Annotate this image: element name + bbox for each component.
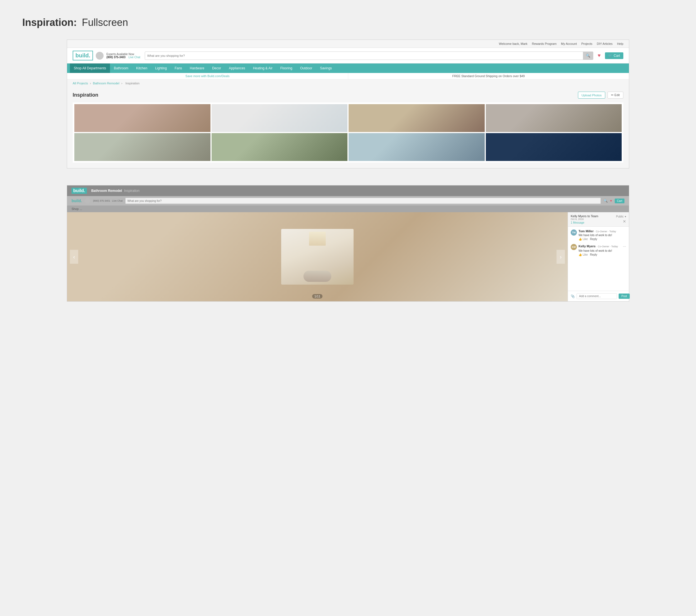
s2-search-input[interactable] [125, 198, 601, 204]
s2-project-name: Bathroom Remodel [91, 189, 122, 193]
s2-avatar [85, 198, 90, 204]
kelly-role: · Co-Owner · Today [596, 245, 618, 248]
photo-curtain[interactable] [349, 104, 485, 132]
fullscreen-image-area: ‹ › 1/11 [67, 212, 568, 301]
nav-item-lighting[interactable]: Lighting [151, 63, 171, 73]
comment-input[interactable] [576, 293, 617, 299]
like-btn-2[interactable]: 👍 Like [579, 253, 588, 256]
breadcrumb-all-projects[interactable]: All Projects [73, 82, 88, 85]
projects-link[interactable]: Projects [581, 42, 592, 45]
tom-role: · Co-Owner · Today [595, 230, 616, 233]
search-input[interactable] [145, 54, 583, 57]
post-button[interactable]: Post [619, 294, 630, 299]
page-label: Inspiration: Fullscreen [0, 0, 696, 34]
kelly-name: Kelly Myers [579, 244, 596, 248]
reply-btn-1[interactable]: Reply [590, 238, 597, 241]
s2-inspiration-label: Inspiration [124, 189, 140, 193]
s2-cart-button[interactable]: Cart [615, 199, 624, 203]
upload-photos-button[interactable]: Upload Photos [578, 92, 605, 99]
s2-phone: (800) 375-3401 Live Chat [93, 200, 123, 202]
nav-item-hardware[interactable]: Hardware [186, 63, 208, 73]
nav-item-shop-all[interactable]: Shop All Departments [70, 63, 110, 73]
welcome-text: Welcome back, Mark [499, 42, 527, 45]
room-photo[interactable] [281, 229, 353, 285]
nav-item-decor[interactable]: Decor [208, 63, 225, 73]
nav-item-kitchen[interactable]: Kitchen [132, 63, 151, 73]
live-chat-link[interactable]: Live Chat [129, 56, 140, 59]
utility-bar: Welcome back, Mark Rewards Program My Ac… [67, 40, 629, 48]
nav-item-flooring[interactable]: Flooring [276, 63, 296, 73]
main-nav: Shop All Departments Bathroom Kitchen Li… [67, 63, 629, 73]
screen1: Welcome back, Mark Rewards Program My Ac… [67, 40, 629, 169]
s2-heart-icon[interactable]: ♥ [610, 199, 612, 203]
chat-message-1: TM Tom Miller · Co-Owner · Today We have… [571, 230, 626, 241]
photo-white-building[interactable] [211, 104, 348, 132]
nav-item-bathroom[interactable]: Bathroom [110, 63, 132, 73]
photo-street[interactable] [486, 104, 622, 132]
photo-lamp[interactable] [349, 133, 485, 161]
search-button[interactable]: 🔍 [583, 52, 593, 60]
close-chat-button[interactable]: ✕ [623, 219, 626, 224]
cart-label: Cart [614, 54, 620, 58]
chat-date: Oct 6, 2016 [571, 218, 598, 221]
prev-image-button[interactable]: ‹ [70, 250, 78, 264]
s2-breadcrumb: Bathroom Remodel Inspiration [91, 189, 140, 193]
search-area: 🔍 [145, 51, 593, 60]
phone-number[interactable]: (800) 375-3403 [106, 56, 125, 59]
tom-name: Tom Miller [579, 230, 594, 233]
fullscreen-main: ‹ › 1/11 Kelly Myers to Team Oct 6, 2016… [67, 212, 629, 301]
chat-body: TM Tom Miller · Co-Owner · Today We have… [568, 227, 629, 291]
wishlist-icon[interactable]: ♥ [598, 53, 601, 59]
promo-right: FREE Standard Ground Shipping on Orders … [348, 73, 629, 79]
chat-panel: Kelly Myers to Team Oct 6, 2016 1 Messag… [568, 212, 629, 301]
nav-item-savings[interactable]: Savings [316, 63, 336, 73]
nav-item-outdoor[interactable]: Outdoor [296, 63, 316, 73]
rewards-link[interactable]: Rewards Program [532, 42, 556, 45]
s2-search-icon[interactable]: 🔍 [604, 199, 608, 203]
nav-item-heating[interactable]: Heating & Air [249, 63, 276, 73]
content-area: Inspiration Upload Photos ✏ Edit [67, 87, 629, 168]
promo-left[interactable]: Save more with Build.com/Deals [67, 73, 348, 79]
dropdown-icon[interactable]: ▾ [625, 215, 626, 218]
help-link[interactable]: Help [617, 42, 623, 45]
s2-logo2[interactable]: build. [72, 199, 82, 203]
chat-visibility: Public ▾ [616, 215, 626, 218]
screen2: build. Bathroom Remodel Inspiration buil… [67, 185, 629, 302]
s2-logo[interactable]: build. [72, 188, 87, 194]
edit-button[interactable]: ✏ Edit [607, 92, 623, 99]
photo-garden[interactable] [211, 133, 348, 161]
kelly-avatar: KM [571, 244, 577, 250]
photo-bike[interactable] [74, 104, 210, 132]
chandelier-decoration [309, 232, 326, 246]
logo-area: build. Experts Available Now (800) 375-3… [73, 51, 140, 60]
next-image-button[interactable]: › [556, 250, 565, 264]
nav-item-fans[interactable]: Fans [171, 63, 186, 73]
inspiration-title: Inspiration [73, 92, 98, 98]
my-account-link[interactable]: My Account [561, 42, 577, 45]
message-2-text: We have lots of work to do! [579, 249, 626, 252]
s2-nav-bar: Shop ... [67, 206, 629, 212]
diy-articles-link[interactable]: DIY Articles [597, 42, 613, 45]
attach-icon[interactable]: 📎 [571, 294, 575, 298]
expert-info: Experts Available Now (800) 375-3403 Liv… [106, 53, 140, 59]
message-2-dots[interactable]: ··· [623, 244, 626, 248]
reply-btn-2[interactable]: Reply [590, 253, 597, 256]
chat-message-1-meta: Tom Miller · Co-Owner · Today We have lo… [579, 230, 626, 241]
like-btn-1[interactable]: 👍 Like [579, 238, 588, 241]
expert-avatar [96, 52, 104, 60]
chat-header-info: Kelly Myers to Team Oct 6, 2016 1 Messag… [571, 215, 598, 224]
chat-header: Kelly Myers to Team Oct 6, 2016 1 Messag… [568, 212, 629, 227]
s2-header: build. (800) 375-3401 Live Chat 🔍 ♥ Cart [67, 196, 629, 206]
thumb-icon-2: 👍 [579, 253, 582, 256]
logo[interactable]: build. [73, 51, 93, 60]
ottoman-decoration [303, 271, 331, 282]
tom-avatar: TM [571, 230, 577, 236]
photo-pool[interactable] [486, 133, 622, 161]
breadcrumb-bathroom-remodel[interactable]: Bathroom Remodel [93, 82, 120, 85]
thumb-icon-1: 👍 [579, 238, 582, 241]
nav-item-appliances[interactable]: Appliances [225, 63, 249, 73]
cart-button[interactable]: 🛒 Cart [605, 52, 623, 59]
photo-grid [73, 102, 623, 163]
chat-message-2-meta: Kelly Myers · Co-Owner · Today ··· We ha… [579, 244, 626, 256]
photo-balcony[interactable] [74, 133, 210, 161]
